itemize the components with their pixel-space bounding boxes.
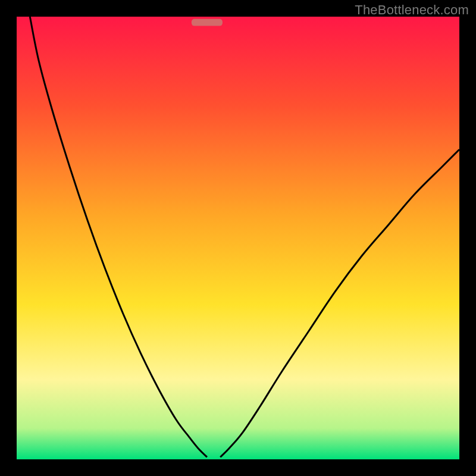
- minimum-marker: [192, 19, 223, 26]
- gradient-background: [17, 17, 459, 459]
- chart-svg: [17, 17, 459, 459]
- chart-frame: TheBottleneck.com: [0, 0, 476, 476]
- watermark-label: TheBottleneck.com: [355, 2, 469, 18]
- chart-plot: [17, 17, 459, 459]
